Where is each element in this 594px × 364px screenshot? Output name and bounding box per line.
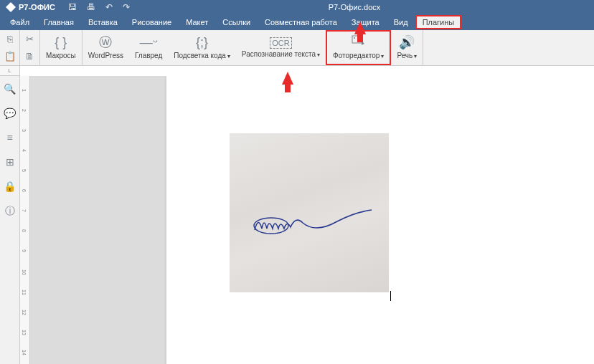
menu-draw[interactable]: Рисование [125,15,179,29]
highlight-label: Подсветка кода▾ [174,52,230,60]
chevron-down-icon: ▾ [227,53,230,59]
glavred-icon: —ᵕ [140,36,158,50]
ruler-row: L 210123456789101112131415161718 [0,66,594,76]
ruler-corner: L [0,66,20,76]
menu-insert[interactable]: Вставка [81,15,125,29]
copy-icon[interactable]: ⎘ [7,34,13,44]
code-icon: {;} [196,36,208,50]
menu-view[interactable]: Вид [387,15,415,29]
comments-icon[interactable]: 💬 [4,107,16,119]
clipboard-group-2: ✂ 🗎 [20,30,40,65]
menu-home[interactable]: Главная [37,15,81,29]
title-bar: Р7-ОФИС 🖫 🖶 ↶ ↷ Р7-Офис.docx [0,0,594,14]
app-logo: Р7-ОФИС [6,2,55,12]
signature-graphic [251,209,373,237]
menu-collab[interactable]: Совместная работа [258,15,344,29]
ocr-button[interactable]: OCR Распознавание текста▾ [236,30,326,65]
text-cursor [390,291,391,301]
headings-icon[interactable]: ≡ [6,132,12,143]
ocr-label: Распознавание текста▾ [242,50,320,59]
quick-access: 🖫 🖶 ↶ ↷ [68,2,130,12]
chevron-down-icon: ▾ [414,53,417,59]
cut-icon[interactable]: ✂ [26,34,34,44]
chevron-down-icon: ▾ [317,52,320,58]
save-icon[interactable]: 🖫 [68,2,77,12]
macros-label: Макросы [46,52,76,59]
macros-button[interactable]: { } Макросы [40,30,82,65]
menu-bar: Файл Главная Вставка Рисование Макет Ссы… [0,14,594,30]
highlight-button[interactable]: {;} Подсветка кода▾ [168,30,236,65]
vertical-ruler[interactable]: 1234567891011121314 [20,76,30,364]
photoeditor-label: Фоторедактор▾ [333,52,384,60]
redo-icon[interactable]: ↷ [123,2,130,12]
workspace: 🔍 💬 ≡ ⊞ 🔒 ⓘ 1234567891011121314 [0,76,594,364]
paste-icon[interactable]: 📋 [4,51,16,62]
speech-button[interactable]: 🔊 Речь▾ [391,30,423,65]
clipboard-group: ⎘ 📋 [0,30,20,65]
glavred-label: Главред [135,52,162,59]
left-sidebar: 🔍 💬 ≡ ⊞ 🔒 ⓘ [0,76,20,364]
app-name: Р7-ОФИС [19,3,55,11]
lock-icon[interactable]: 🔒 [4,181,16,192]
document-area: 1234567891011121314 [20,76,594,364]
chevron-down-icon: ▾ [381,53,384,59]
inserted-image[interactable] [230,133,389,292]
macros-icon: { } [55,36,67,50]
svg-point-1 [354,37,355,39]
menu-plugins[interactable]: Плагины [415,15,462,29]
paste-special-icon[interactable]: 🗎 [25,51,34,62]
document-title: Р7-Офис.docx [329,3,381,11]
print-icon[interactable]: 🖶 [87,2,95,12]
wordpress-icon: ⓦ [99,36,112,50]
bookmark-icon[interactable]: ⊞ [6,156,14,168]
wordpress-label: WordPress [88,52,123,59]
wordpress-button[interactable]: ⓦ WordPress [82,30,129,65]
undo-icon[interactable]: ↶ [105,2,113,12]
plugins-toolbar: ⎘ 📋 ✂ 🗎 { } Макросы ⓦ WordPress —ᵕ Главр… [0,30,594,66]
ocr-icon: OCR [270,37,291,49]
info-icon[interactable]: ⓘ [5,205,15,218]
document-canvas[interactable] [30,76,594,364]
search-icon[interactable]: 🔍 [4,83,16,95]
menu-refs[interactable]: Ссылки [215,15,258,29]
logo-icon [6,2,16,12]
menu-layout[interactable]: Макет [179,15,215,29]
speech-label: Речь▾ [397,52,417,60]
glavred-button[interactable]: —ᵕ Главред [129,30,168,65]
menu-file[interactable]: Файл [3,15,37,29]
speech-icon: 🔊 [399,36,415,50]
